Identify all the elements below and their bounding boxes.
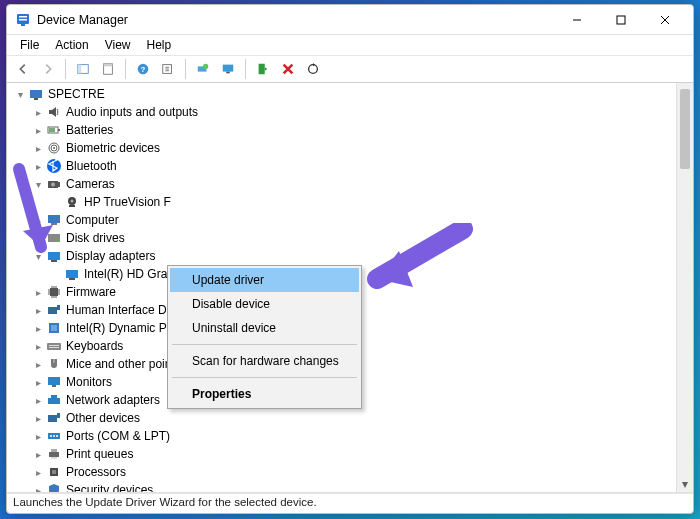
context-menu-update-driver[interactable]: Update driver — [170, 268, 359, 292]
svg-rect-61 — [51, 449, 57, 452]
update-driver-button[interactable] — [192, 58, 214, 80]
tree-node-bluetooth[interactable]: ▸Bluetooth — [11, 157, 693, 175]
tree-leaf-hp-truevision-f[interactable]: HP TrueVision F — [11, 193, 693, 211]
tree-node-computer[interactable]: ▸Computer — [11, 211, 693, 229]
expander-icon[interactable]: ▸ — [31, 411, 45, 425]
menubar: File Action View Help — [7, 35, 693, 55]
menu-file[interactable]: File — [13, 36, 46, 54]
context-menu-separator — [172, 377, 357, 378]
maximize-button[interactable] — [599, 6, 643, 34]
svg-rect-3 — [21, 24, 25, 26]
expander-icon[interactable]: ▾ — [31, 249, 45, 263]
tree-label: Biometric devices — [66, 141, 160, 155]
context-menu-scan-for-hardware-changes[interactable]: Scan for hardware changes — [170, 349, 359, 373]
svg-rect-37 — [48, 252, 60, 260]
menu-action[interactable]: Action — [48, 36, 95, 54]
expander-icon[interactable]: ▸ — [31, 285, 45, 299]
tree-node-audio-inputs-and-outputs[interactable]: ▸Audio inputs and outputs — [11, 103, 693, 121]
context-menu-properties[interactable]: Properties — [170, 382, 359, 406]
expander-icon[interactable]: ▾ — [13, 87, 27, 101]
titlebar[interactable]: Device Manager — [7, 5, 693, 35]
action-monitor-button[interactable] — [217, 58, 239, 80]
expander-icon[interactable]: ▸ — [31, 393, 45, 407]
scroll-down-button[interactable]: ▾ — [677, 475, 693, 492]
help-button[interactable]: ? — [132, 58, 154, 80]
svg-rect-19 — [34, 98, 38, 100]
svg-rect-62 — [51, 457, 57, 459]
expander-icon[interactable]: ▸ — [31, 159, 45, 173]
tree-node-display-adapters[interactable]: ▾Display adapters — [11, 247, 693, 265]
svg-rect-8 — [104, 64, 113, 67]
svg-rect-52 — [48, 398, 60, 404]
svg-rect-53 — [51, 395, 57, 398]
expander-icon[interactable]: ▾ — [31, 177, 45, 191]
expander-icon[interactable]: ▸ — [31, 339, 45, 353]
scroll-thumb[interactable] — [680, 89, 690, 169]
enable-device-button[interactable] — [252, 58, 274, 80]
expander-icon[interactable]: ▸ — [31, 105, 45, 119]
expander-icon — [49, 195, 63, 209]
tree-node-other-devices[interactable]: ▸Other devices — [11, 409, 693, 427]
svg-rect-46 — [47, 343, 61, 350]
menu-help[interactable]: Help — [140, 36, 179, 54]
expander-icon[interactable]: ▸ — [31, 483, 45, 492]
properties-button[interactable] — [97, 58, 119, 80]
svg-rect-15 — [226, 72, 230, 74]
tree-label: HP TrueVision F — [84, 195, 171, 209]
tree-node-biometric-devices[interactable]: ▸Biometric devices — [11, 139, 693, 157]
close-button[interactable] — [643, 6, 687, 34]
svg-rect-51 — [52, 385, 56, 387]
expander-icon[interactable]: ▸ — [31, 447, 45, 461]
svg-rect-48 — [49, 347, 59, 348]
tree-label: Batteries — [66, 123, 113, 137]
svg-rect-34 — [51, 223, 57, 225]
expander-icon[interactable]: ▸ — [31, 303, 45, 317]
tree-node-processors[interactable]: ▸Processors — [11, 463, 693, 481]
expander-icon[interactable]: ▸ — [31, 429, 45, 443]
vertical-scrollbar[interactable]: ▴ ▾ — [676, 83, 693, 492]
tree-node-disk-drives[interactable]: ▸Disk drives — [11, 229, 693, 247]
show-hide-tree-button[interactable] — [72, 58, 94, 80]
svg-rect-47 — [49, 345, 59, 346]
context-menu-disable-device[interactable]: Disable device — [170, 292, 359, 316]
tree-label: Print queues — [66, 447, 133, 461]
minimize-button[interactable] — [555, 6, 599, 34]
expander-icon[interactable]: ▸ — [31, 375, 45, 389]
tree-node-print-queues[interactable]: ▸Print queues — [11, 445, 693, 463]
scan-button[interactable] — [157, 58, 179, 80]
expander-icon[interactable]: ▸ — [31, 141, 45, 155]
svg-point-25 — [53, 147, 55, 149]
tree-label: Intel(R) HD Grap — [84, 267, 174, 281]
svg-rect-45 — [51, 325, 57, 331]
app-icon — [15, 12, 31, 28]
tree-label: Bluetooth — [66, 159, 117, 173]
tree-label: Disk drives — [66, 231, 125, 245]
tree-label: Audio inputs and outputs — [66, 105, 198, 119]
tree-node-cameras[interactable]: ▾Cameras — [11, 175, 693, 193]
svg-rect-38 — [51, 260, 57, 262]
tree-label: Security devices — [66, 483, 153, 492]
expander-icon[interactable]: ▸ — [31, 357, 45, 371]
tree-node-batteries[interactable]: ▸Batteries — [11, 121, 693, 139]
back-button[interactable] — [12, 58, 34, 80]
tree-panel: ▾SPECTRE▸Audio inputs and outputs▸Batter… — [7, 83, 693, 493]
tree-root[interactable]: ▾SPECTRE — [11, 85, 693, 103]
menu-view[interactable]: View — [98, 36, 138, 54]
svg-point-59 — [56, 435, 58, 437]
expander-icon[interactable]: ▸ — [31, 213, 45, 227]
tree-node-ports-com-lpt-[interactable]: ▸Ports (COM & LPT) — [11, 427, 693, 445]
expander-icon[interactable]: ▸ — [31, 321, 45, 335]
expander-icon[interactable]: ▸ — [31, 231, 45, 245]
svg-rect-42 — [48, 307, 57, 314]
context-menu-uninstall-device[interactable]: Uninstall device — [170, 316, 359, 340]
svg-rect-14 — [223, 65, 234, 72]
uninstall-device-button[interactable] — [277, 58, 299, 80]
svg-rect-2 — [19, 19, 27, 21]
tree-label: SPECTRE — [48, 87, 105, 101]
svg-rect-64 — [52, 470, 56, 474]
forward-button[interactable] — [37, 58, 59, 80]
expander-icon[interactable]: ▸ — [31, 123, 45, 137]
expander-icon[interactable]: ▸ — [31, 465, 45, 479]
scan-hw-changes-button[interactable] — [302, 58, 324, 80]
tree-node-security-devices[interactable]: ▸Security devices — [11, 481, 693, 492]
